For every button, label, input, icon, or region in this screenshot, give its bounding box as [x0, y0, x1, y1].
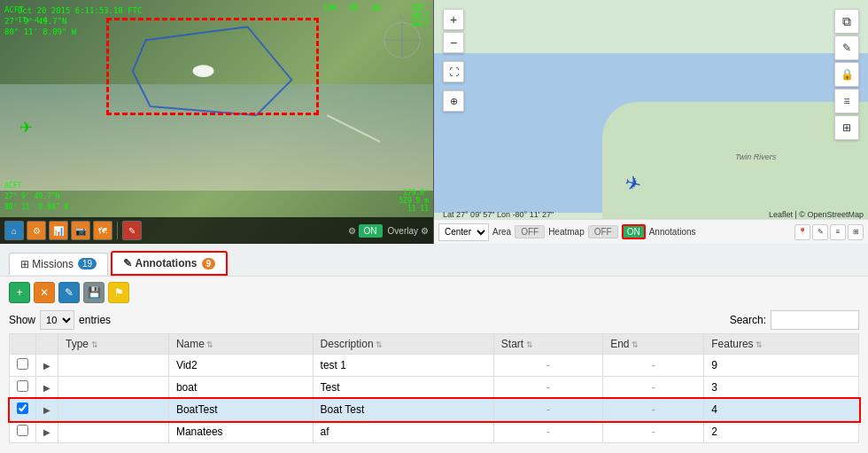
table-row[interactable]: ▶ boat Test - - 3 [10, 377, 859, 399]
row-checkbox[interactable] [17, 358, 28, 370]
show-select[interactable]: 10 25 50 [40, 310, 74, 330]
video-panel: N ✈ Oct 20 2015 6:11:53.18 FTC IT=-4.4 A… [0, 0, 434, 244]
map-toolbar: Center Area OFF Heatmap OFF ON Annotatio… [434, 219, 868, 244]
annotations-toggle-btn[interactable]: ON [622, 224, 646, 239]
row-icon: ▶ [36, 399, 58, 421]
svg-text:✈: ✈ [623, 171, 644, 197]
row-features: 9 [704, 355, 859, 377]
annotations-table: Type Name Description Start End Features… [9, 333, 859, 443]
row-checkbox[interactable] [17, 402, 28, 414]
row-start: - [493, 399, 602, 421]
row-icon: ▶ [36, 421, 58, 443]
row-start: - [493, 355, 602, 377]
row-name: Vid2 [168, 355, 313, 377]
actions-row: + ✕ ✎ 💾 ⚑ [0, 277, 868, 309]
overlay-on-btn[interactable]: ON [359, 224, 383, 238]
edit-btn[interactable]: ✎ [58, 282, 80, 303]
location-icon[interactable]: 📍 [794, 224, 810, 240]
missions-icon: ⊞ [20, 258, 29, 270]
heatmap-toggle-btn[interactable]: OFF [588, 225, 618, 238]
camera-btn[interactable]: 📷 [71, 221, 90, 240]
col-header-type[interactable]: Type [58, 334, 169, 355]
col-header-description[interactable]: Description [313, 334, 493, 355]
col-header-start[interactable]: Start [493, 334, 602, 355]
annotations-table-container: Type Name Description Start End Features… [0, 333, 868, 443]
delete-btn[interactable]: ✕ [34, 282, 55, 303]
tab-annotations[interactable]: ✎ Annotations 9 [111, 251, 228, 276]
area-label: Area [492, 227, 511, 237]
add-btn[interactable]: + [9, 282, 30, 303]
grid-map-btn[interactable]: ⊞ [834, 115, 859, 140]
row-checkbox[interactable] [17, 380, 28, 392]
video-toolbar: ⌂ ⚙ 📊 📷 🗺 ✎ ⚙ ON Overlay ⚙ [0, 217, 433, 244]
svg-text:N: N [399, 13, 405, 21]
zoom-in-btn[interactable]: + [443, 9, 464, 30]
list-map-btn[interactable]: ≡ [834, 89, 859, 113]
entries-label: entries [79, 314, 111, 326]
row-name: Manatees [168, 421, 313, 443]
grid-icon-right[interactable]: ⊞ [848, 224, 864, 240]
row-type [58, 421, 169, 443]
map-panel: ✈ Sewall's... St. Lucie River Rocky... T… [434, 0, 868, 244]
show-entries-row: Show 10 25 50 entries Search: [0, 309, 868, 333]
map-attribution: Leaflet | © OpenStreetMap [769, 210, 864, 219]
annotations-tab-label: Annotations [136, 257, 198, 269]
chart-btn[interactable]: 📊 [49, 221, 68, 240]
row-type [58, 377, 169, 399]
svg-text:Twin Rivers: Twin Rivers [735, 152, 777, 161]
tab-missions[interactable]: ⊞ Missions 19 [9, 253, 108, 275]
row-features: 2 [704, 421, 859, 443]
col-header-icon [36, 334, 58, 355]
overlay-label: Overlay [388, 226, 418, 236]
col-header-checkbox [10, 334, 36, 355]
settings-btn[interactable]: ⚙ [27, 221, 46, 240]
lock-map-btn[interactable]: 🔒 [834, 62, 859, 87]
svg-line-2 [327, 115, 380, 142]
edit-icon-right[interactable]: ✎ [812, 224, 828, 240]
missions-tab-label: Missions [32, 258, 74, 270]
row-type [58, 355, 169, 377]
show-label: Show [9, 314, 35, 326]
row-features: 4 [704, 399, 859, 421]
col-header-end[interactable]: End [603, 334, 704, 355]
edit-map-btn[interactable]: ✎ [834, 35, 859, 60]
heatmap-label: Heatmap [548, 227, 585, 237]
row-checkbox[interactable] [17, 425, 28, 436]
flag-btn[interactable]: ⚑ [108, 282, 129, 303]
layers-btn[interactable]: ⧉ [834, 9, 859, 34]
col-header-features[interactable]: Features [704, 334, 859, 355]
center-btn[interactable]: ⊕ [443, 90, 464, 112]
row-features: 3 [704, 377, 859, 399]
row-icon: ▶ [36, 377, 58, 399]
fullscreen-btn[interactable]: ⛶ [443, 61, 464, 82]
row-icon: ▶ [36, 355, 58, 377]
annotations-badge: 9 [202, 258, 216, 269]
col-header-name[interactable]: Name [168, 334, 313, 355]
pencil-btn[interactable]: ✎ [122, 221, 142, 240]
row-description: test 1 [313, 355, 493, 377]
zoom-out-btn[interactable]: − [443, 32, 464, 53]
video-timestamp: ACFT 27° 9' 49.7"N 80° 11' 8.09" W [4, 4, 76, 38]
list-icon-right[interactable]: ≡ [830, 224, 846, 240]
bottom-panel: ⊞ Missions 19 ✎ Annotations 9 + ✕ ✎ 💾 ⚑ … [0, 244, 868, 453]
map-btn[interactable]: 🗺 [93, 221, 112, 240]
row-start: - [493, 377, 602, 399]
table-row-highlighted[interactable]: ▶ BoatTest Boat Test - - 4 [10, 399, 859, 421]
home-btn[interactable]: ⌂ [4, 221, 24, 240]
center-select[interactable]: Center [438, 223, 489, 241]
table-row[interactable]: ▶ Vid2 test 1 - - 9 [10, 355, 859, 377]
row-end: - [603, 355, 704, 377]
row-name: boat [168, 377, 313, 399]
map-coordinates: Lat 27° 09' 57" Lon -80° 11' 27" [443, 210, 554, 219]
video-coords-left: ACFT 27° 9' 49.7"N 80° 11' 8.09" W [4, 181, 68, 213]
missions-badge: 19 [78, 258, 97, 269]
row-start: - [493, 421, 602, 443]
row-description: af [313, 421, 493, 443]
video-coords-right: 179.0° 529.9 m 11 11 [399, 189, 429, 213]
map-controls: + − ⛶ ⊕ [443, 9, 464, 112]
table-row[interactable]: ▶ Manatees af - - 2 [10, 421, 859, 443]
map-right-controls: ⧉ ✎ 🔒 ≡ ⊞ [834, 9, 859, 140]
area-toggle-btn[interactable]: OFF [515, 225, 545, 238]
save-btn[interactable]: 💾 [83, 282, 105, 303]
search-input[interactable] [771, 310, 859, 330]
